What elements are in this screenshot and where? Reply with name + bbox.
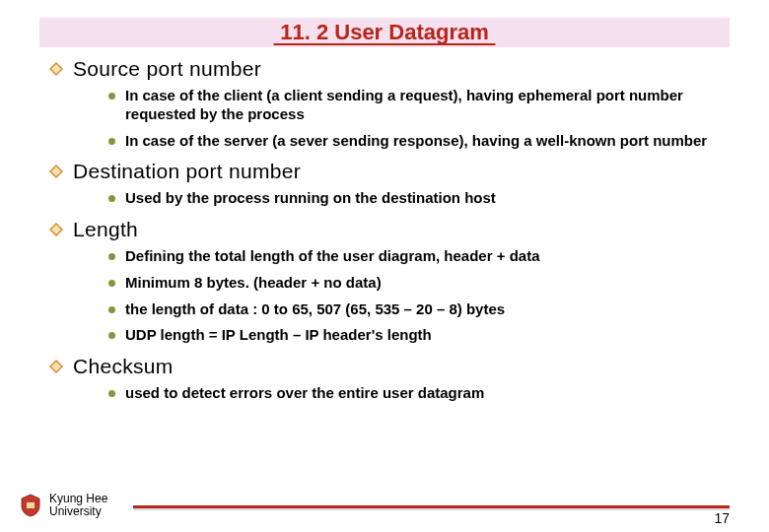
university-line2: University (49, 505, 107, 518)
dot-bullet-icon (108, 390, 115, 397)
dot-bullet-icon (108, 332, 115, 339)
footer-branding: Kyung Hee University (18, 493, 107, 518)
sub-list: Defining the total length of the user di… (108, 247, 730, 345)
title-band: 11. 2 User Datagram (39, 18, 730, 47)
page-number: 17 (714, 510, 730, 526)
section-title: Checksum (73, 355, 174, 378)
dot-bullet-icon (108, 195, 115, 202)
dot-bullet-icon (108, 280, 115, 287)
section-source-port: Source port number In case of the client… (79, 57, 730, 150)
list-item-text: used to detect errors over the entire us… (125, 384, 484, 403)
list-item-text: Used by the process running on the desti… (125, 189, 496, 208)
title-underline (274, 43, 496, 45)
section-destination-port: Destination port number Used by the proc… (79, 160, 730, 208)
diamond-bullet-icon (49, 62, 63, 76)
section-title: Destination port number (73, 160, 301, 183)
svg-rect-8 (27, 502, 35, 508)
list-item-text: UDP length = IP Length – IP header's len… (125, 326, 432, 345)
section-title: Source port number (73, 57, 261, 81)
list-item-text: In case of the server (a sever sending r… (125, 132, 707, 151)
diamond-bullet-icon (49, 165, 63, 178)
university-line1: Kyung Hee (49, 493, 107, 505)
section-checksum: Checksum used to detect errors over the … (79, 355, 730, 403)
section-head: Checksum (49, 355, 730, 378)
university-name: Kyung Hee University (49, 493, 107, 518)
list-item-text: Minimum 8 bytes. (header + no data) (125, 274, 382, 293)
dot-bullet-icon (108, 93, 115, 100)
sub-list: In case of the client (a client sending … (108, 87, 730, 150)
dot-bullet-icon (108, 306, 115, 313)
list-item: In case of the client (a client sending … (108, 87, 730, 124)
dot-bullet-icon (108, 253, 115, 260)
list-item: used to detect errors over the entire us… (108, 384, 730, 403)
sub-list: used to detect errors over the entire us… (108, 384, 730, 403)
footer-divider (133, 505, 730, 508)
list-item: UDP length = IP Length – IP header's len… (108, 326, 730, 345)
list-item-text: Defining the total length of the user di… (125, 247, 539, 266)
section-title: Length (73, 218, 138, 241)
list-item-text: In case of the client (a client sending … (125, 87, 717, 124)
list-item: Defining the total length of the user di… (108, 247, 730, 266)
university-crest-icon (18, 493, 43, 518)
section-length: Length Defining the total length of the … (79, 218, 730, 345)
list-item: Used by the process running on the desti… (108, 189, 730, 208)
slide-title: 11. 2 User Datagram (280, 20, 489, 44)
diamond-bullet-icon (49, 223, 63, 236)
section-head: Destination port number (49, 160, 730, 183)
list-item: In case of the server (a sever sending r… (108, 132, 730, 151)
list-item: the length of data : 0 to 65, 507 (65, 5… (108, 300, 730, 319)
diamond-bullet-icon (49, 360, 63, 373)
section-head: Source port number (49, 57, 730, 81)
list-item-text: the length of data : 0 to 65, 507 (65, 5… (125, 300, 505, 319)
sub-list: Used by the process running on the desti… (108, 189, 730, 208)
section-head: Length (49, 218, 730, 241)
dot-bullet-icon (108, 138, 115, 145)
list-item: Minimum 8 bytes. (header + no data) (108, 274, 730, 293)
